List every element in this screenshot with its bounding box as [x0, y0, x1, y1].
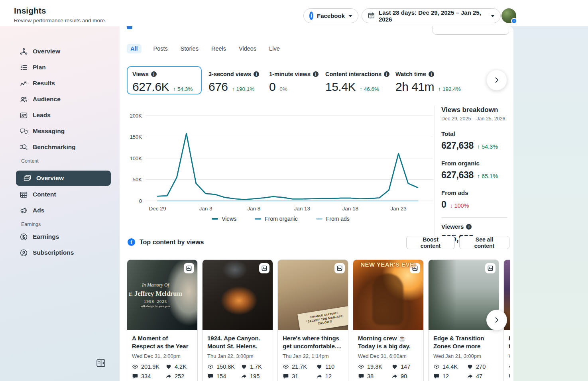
heart-icon: [241, 363, 247, 370]
share-arrow-icon: [241, 373, 247, 379]
tab-posts[interactable]: Posts: [153, 44, 169, 53]
content-card-title: Here's where things get uncomfortable...…: [283, 334, 343, 350]
sidebar-item-audience[interactable]: Audience: [0, 91, 120, 107]
avatar[interactable]: f: [501, 8, 516, 23]
content-card-body: Edge & Transition Zones One more shar...…: [429, 330, 499, 381]
content-card-image: In Memory Ofr. Jeffrey Meldrum1958–2025w…: [127, 260, 197, 330]
comment-icon: [132, 373, 138, 379]
page-header: Insights Review performance results and …: [0, 0, 588, 26]
tab-stories[interactable]: Stories: [180, 44, 199, 53]
tab-all[interactable]: All: [127, 44, 142, 53]
person-circle-icon: [20, 249, 28, 257]
comment-icon: [283, 373, 289, 379]
stacked-cards-icon: [23, 174, 31, 183]
sidebar-item-results[interactable]: Results: [0, 75, 120, 91]
info-icon[interactable]: [254, 71, 259, 77]
views-stat: [509, 363, 510, 370]
id-card-icon: [20, 111, 28, 120]
facebook-icon: f: [309, 12, 313, 20]
content-card-title: H th: [509, 334, 510, 350]
content-card-date: Wed Dec 31, 6:00am: [358, 353, 419, 359]
info-icon[interactable]: [151, 71, 157, 77]
metric-card-views[interactable]: Views 627.6K 54.3%: [127, 66, 202, 94]
info-icon[interactable]: [384, 71, 389, 77]
top-content-title: Top content by views: [140, 239, 204, 246]
sidebar-item-overview[interactable]: Overview: [0, 43, 120, 59]
megaphone-icon: [20, 206, 28, 215]
shares-stat: 252: [165, 373, 193, 379]
legend-item[interactable]: From ads: [316, 216, 350, 222]
sidebar-item-earnings[interactable]: Earnings: [0, 229, 120, 245]
collapse-sidebar-button[interactable]: [96, 358, 106, 368]
divider: [441, 217, 507, 218]
sidebar-item-leads[interactable]: Leads: [0, 107, 120, 123]
see-all-content-button[interactable]: See all content: [459, 236, 509, 249]
sidebar-item-subscriptions[interactable]: Subscriptions: [0, 245, 120, 261]
content-card-stats: 14.4K 270 12 47: [433, 363, 494, 379]
content-card[interactable]: In Memory Ofr. Jeffrey Meldrum1958–2025w…: [127, 259, 198, 381]
sidebar-item-content-overview[interactable]: Overview: [16, 171, 111, 186]
comments-stat: 334: [132, 373, 165, 379]
svg-text:Jan 3: Jan 3: [199, 206, 212, 212]
legend-swatch: [316, 218, 323, 220]
content-card[interactable]: NEW YEAR'S EVE! Morning crew ☕ Today is …: [353, 259, 424, 381]
content-card-stats: 150.8K 1.7K 154 195: [207, 363, 268, 379]
tab-live[interactable]: Live: [268, 44, 281, 53]
page-subtitle: Review performance results and more.: [14, 18, 106, 24]
calendar-icon: [368, 12, 375, 20]
sidebar-item-benchmarking[interactable]: Benchmarking: [0, 139, 120, 155]
content-card[interactable]: 1924. Ape Canyon. Mount St. Helens. Fiv.…: [202, 259, 273, 381]
content-card-stats: 19.3K 147 38 90: [358, 363, 419, 379]
heart-icon: [391, 363, 398, 370]
legend-item[interactable]: From organic: [255, 216, 297, 222]
info-icon[interactable]: [313, 71, 319, 77]
sidebar-item-plan[interactable]: Plan: [0, 59, 120, 75]
sidebar-item-messaging[interactable]: Messaging: [0, 123, 120, 139]
tab-videos[interactable]: Videos: [238, 44, 257, 53]
photo-icon: [184, 263, 194, 273]
date-range-label: Last 28 days: Dec 29, 2025 – Jan 25, 202…: [379, 9, 487, 23]
svg-text:200K: 200K: [130, 113, 142, 119]
comment-icon: [509, 373, 510, 379]
sidebar-item-content[interactable]: Content: [0, 187, 120, 202]
comments-stat: 154: [207, 373, 241, 379]
trend-chart-icon: [20, 79, 28, 88]
chart-legend: ViewsFrom organicFrom ads: [127, 216, 435, 222]
reactions-stat: 110: [316, 363, 343, 370]
metric-card-3-second-views[interactable]: 3-second views 676 190.1%: [208, 71, 259, 94]
legend-item[interactable]: Views: [212, 216, 236, 222]
cards-scroll-right-button[interactable]: [486, 310, 507, 330]
share-arrow-icon: [391, 373, 398, 379]
metric-delta: 190.1%: [232, 86, 255, 92]
boost-content-button[interactable]: Boost content: [406, 236, 455, 249]
tab-reels[interactable]: Reels: [210, 44, 227, 53]
svg-text:100K: 100K: [130, 155, 142, 161]
metric-card-1-minute-views[interactable]: 1-minute views 0 0%: [269, 71, 319, 94]
content-card-date: Wed Jan 21, 3:00pm: [433, 353, 494, 359]
reactions-stat: 270: [467, 363, 494, 370]
platform-selector[interactable]: f Facebook: [303, 8, 358, 23]
content-card-title: 1924. Ape Canyon. Mount St. Helens. Fiv.…: [207, 334, 268, 350]
svg-text:150K: 150K: [130, 134, 142, 140]
comments-stat: 31: [283, 373, 316, 379]
metrics-scroll-right-button[interactable]: [486, 70, 507, 90]
metric-card-watch-time[interactable]: Watch time 2h 41m 192.4%: [395, 71, 461, 94]
info-icon[interactable]: [429, 71, 434, 77]
photo-icon: [410, 263, 420, 273]
content-card-date: Wed Dec 31, 2:00pm: [132, 353, 193, 359]
reactions-stat: 1.7K: [241, 363, 268, 370]
legend-label: Views: [222, 216, 236, 222]
views-stat: 150.8K: [207, 363, 241, 370]
dollar-circle-icon: [20, 233, 28, 241]
content-card-stats: [509, 363, 510, 379]
content-card[interactable]: STRANGE CAPTURE:"JACKO" THE MAN-APE CAUG…: [277, 259, 348, 381]
sidebar-item-ads[interactable]: Ads: [0, 202, 120, 218]
date-range-selector[interactable]: Last 28 days: Dec 29, 2025 – Jan 25, 202…: [362, 8, 501, 23]
views-stat: 19.3K: [358, 363, 391, 370]
eye-icon: [132, 363, 138, 370]
heart-icon: [316, 363, 323, 370]
top-content-card-list: In Memory Ofr. Jeffrey Meldrum1958–2025w…: [127, 259, 510, 381]
info-icon[interactable]: [466, 224, 472, 230]
metric-card-content-interactions[interactable]: Content interactions 15.4K 46.6%: [325, 71, 389, 94]
comments-stat: 38: [358, 373, 391, 379]
